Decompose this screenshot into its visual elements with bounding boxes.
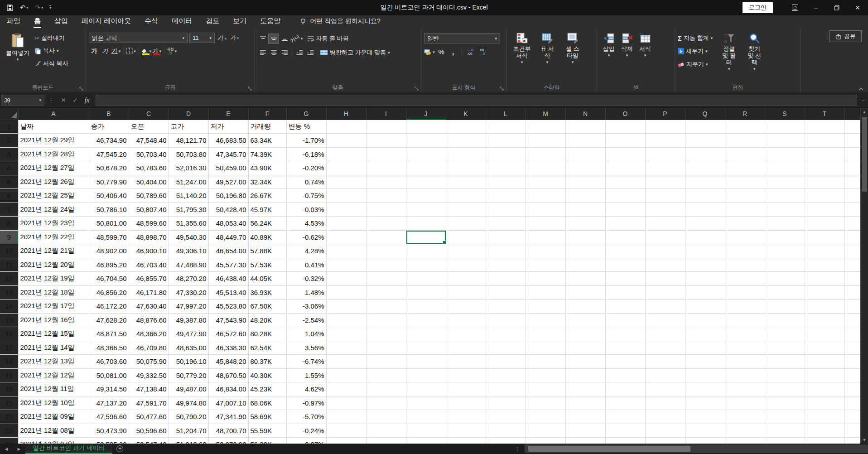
cell-J18[interactable] bbox=[406, 355, 446, 369]
cell-H4[interactable] bbox=[326, 161, 366, 175]
menu-tab-도움말[interactable]: 도움말 bbox=[253, 15, 287, 28]
cell-O18[interactable] bbox=[605, 355, 645, 369]
wrap-text-button[interactable]: 자동 줄 바꿈 bbox=[307, 33, 349, 44]
column-header-L[interactable]: L bbox=[486, 108, 526, 120]
cell-H5[interactable] bbox=[326, 175, 366, 189]
cell-D18[interactable]: 50,196.10 bbox=[169, 355, 208, 369]
cell-L15[interactable] bbox=[486, 313, 526, 327]
cell-partial4[interactable] bbox=[844, 161, 861, 175]
cell-B17[interactable]: 48,366.50 bbox=[89, 341, 129, 355]
cell-B13[interactable]: 46,856.20 bbox=[89, 285, 129, 299]
row-header-14[interactable]: 14 bbox=[0, 299, 18, 314]
cell-F4[interactable]: 43.90K bbox=[248, 161, 286, 175]
column-header-A[interactable]: A bbox=[18, 108, 89, 120]
cell-C5[interactable]: 50,404.00 bbox=[129, 175, 169, 189]
redo-button[interactable]: ↷▾ bbox=[35, 4, 43, 12]
cell-S7[interactable] bbox=[765, 203, 805, 217]
cell-F2[interactable]: 63.34K bbox=[248, 134, 286, 148]
column-header-R[interactable]: R bbox=[725, 108, 765, 120]
cell-L17[interactable] bbox=[486, 341, 526, 355]
cell-L16[interactable] bbox=[486, 327, 526, 341]
cell-K18[interactable] bbox=[446, 355, 486, 369]
cell-S20[interactable] bbox=[765, 382, 805, 396]
row-header-13[interactable]: 13 bbox=[0, 285, 18, 299]
cell-M15[interactable] bbox=[526, 313, 565, 327]
cell-I24[interactable] bbox=[366, 438, 406, 444]
menu-tab-보기[interactable]: 보기 bbox=[226, 15, 253, 28]
cell-B7[interactable]: 50,786.10 bbox=[89, 203, 129, 217]
cell-T17[interactable] bbox=[805, 341, 844, 355]
cell-N1[interactable] bbox=[565, 120, 605, 134]
cell-S3[interactable] bbox=[765, 147, 805, 161]
comma-style-button[interactable]: , bbox=[448, 47, 458, 57]
cell-I10[interactable] bbox=[366, 244, 406, 258]
cell-M12[interactable] bbox=[526, 272, 565, 286]
cell-O11[interactable] bbox=[605, 258, 645, 272]
column-header-partial[interactable] bbox=[844, 108, 861, 120]
column-header-D[interactable]: D bbox=[169, 108, 208, 120]
column-header-H[interactable]: H bbox=[326, 108, 366, 120]
collapse-ribbon-button[interactable] bbox=[858, 87, 863, 91]
cell-G2[interactable]: -1.70% bbox=[286, 134, 326, 148]
cell-J12[interactable] bbox=[406, 272, 446, 286]
cell-Q6[interactable] bbox=[685, 189, 725, 203]
cell-B6[interactable]: 50,406.40 bbox=[89, 189, 129, 203]
cell-K9[interactable] bbox=[446, 230, 486, 244]
cell-C24[interactable]: 50,547.40 bbox=[129, 438, 169, 444]
column-header-S[interactable]: S bbox=[765, 108, 805, 120]
cell-S14[interactable] bbox=[765, 299, 805, 314]
cell-Q4[interactable] bbox=[685, 161, 725, 175]
cell-D15[interactable]: 49,387.80 bbox=[169, 313, 208, 327]
cell-T18[interactable] bbox=[805, 355, 844, 369]
cell-I4[interactable] bbox=[366, 161, 406, 175]
cell-T20[interactable] bbox=[805, 382, 844, 396]
cell-G18[interactable]: -6.74% bbox=[286, 355, 326, 369]
menu-tab-삽입[interactable]: 삽입 bbox=[48, 15, 75, 28]
borders-button[interactable]: ▾ bbox=[125, 46, 136, 56]
cell-M21[interactable] bbox=[526, 396, 565, 410]
cell-C16[interactable]: 48,366.20 bbox=[129, 327, 169, 341]
row-header-8[interactable]: 8 bbox=[0, 217, 18, 231]
cell-E17[interactable]: 46,338.30 bbox=[208, 341, 248, 355]
cell-C18[interactable]: 50,075.90 bbox=[129, 355, 169, 369]
cell-H8[interactable] bbox=[326, 217, 366, 231]
cell-J14[interactable] bbox=[406, 299, 446, 314]
cell-E8[interactable]: 48,053.40 bbox=[208, 217, 248, 231]
column-header-J[interactable]: J bbox=[406, 108, 446, 120]
cell-T13[interactable] bbox=[805, 285, 844, 299]
cell-K19[interactable] bbox=[446, 368, 486, 382]
cell-J13[interactable] bbox=[406, 285, 446, 299]
cell-I9[interactable] bbox=[366, 230, 406, 244]
cell-G13[interactable]: 1.48% bbox=[286, 285, 326, 299]
cell-N15[interactable] bbox=[565, 313, 605, 327]
cell-I23[interactable] bbox=[366, 424, 406, 438]
cell-M10[interactable] bbox=[526, 244, 565, 258]
cell-L3[interactable] bbox=[486, 147, 526, 161]
cell-A3[interactable]: 2021년 12월 28일 bbox=[18, 147, 89, 161]
cell-L11[interactable] bbox=[486, 258, 526, 272]
cell-A18[interactable]: 2021년 12월 13일 bbox=[18, 355, 89, 369]
column-header-T[interactable]: T bbox=[805, 108, 844, 120]
cell-Q2[interactable] bbox=[685, 134, 725, 148]
name-box[interactable]: J9 ▾ bbox=[1, 95, 44, 106]
insert-function-button[interactable]: fx bbox=[81, 97, 93, 104]
undo-button[interactable]: ↶▾ bbox=[20, 4, 29, 12]
cell-A17[interactable]: 2021년 12월 14일 bbox=[18, 341, 89, 355]
cell-P17[interactable] bbox=[645, 341, 685, 355]
row-header-19[interactable]: 19 bbox=[0, 368, 18, 382]
cell-F9[interactable]: 40.89K bbox=[248, 230, 286, 244]
cell-P2[interactable] bbox=[645, 134, 685, 148]
cell-O14[interactable] bbox=[605, 299, 645, 314]
cell-P12[interactable] bbox=[645, 272, 685, 286]
cell-R16[interactable] bbox=[725, 327, 765, 341]
format-cells-button[interactable]: 서식 ▾ bbox=[636, 31, 654, 82]
cell-P4[interactable] bbox=[645, 161, 685, 175]
horizontal-scrollbar[interactable] bbox=[525, 444, 868, 453]
share-button[interactable]: 공유 bbox=[829, 30, 862, 42]
conditional-formatting-button[interactable]: ≠ 조건부 서식 ▾ bbox=[509, 31, 535, 82]
row-header-22[interactable]: 22 bbox=[0, 410, 18, 424]
cell-G22[interactable]: -5.70% bbox=[286, 410, 326, 424]
scroll-down-arrow[interactable]: ▼ bbox=[863, 436, 867, 444]
cell-R18[interactable] bbox=[725, 355, 765, 369]
cell-T11[interactable] bbox=[805, 258, 844, 272]
